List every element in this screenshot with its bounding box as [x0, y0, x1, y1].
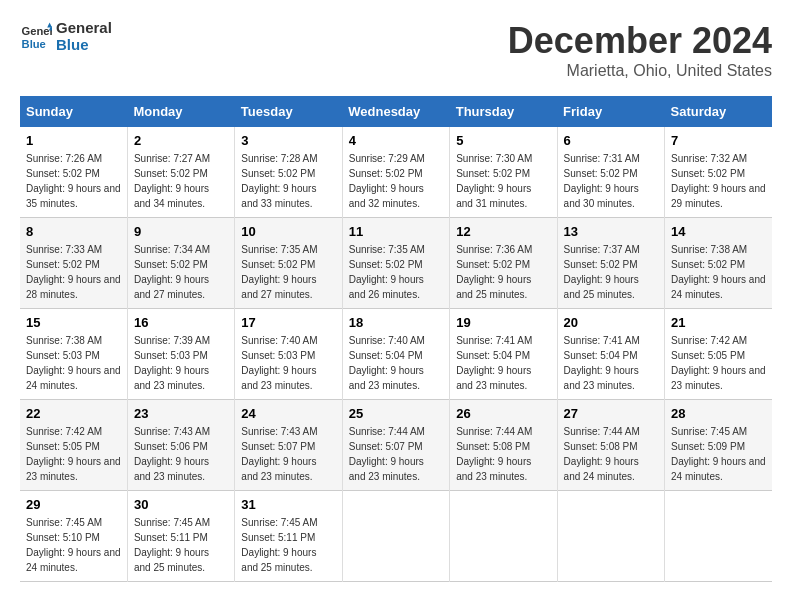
day-number: 4 [349, 133, 443, 148]
weekday-header-tuesday: Tuesday [235, 96, 342, 127]
day-number: 25 [349, 406, 443, 421]
day-info: Sunrise: 7:35 AM Sunset: 5:02 PM Dayligh… [241, 242, 335, 302]
calendar-cell: 15 Sunrise: 7:38 AM Sunset: 5:03 PM Dayl… [20, 309, 127, 400]
day-info: Sunrise: 7:39 AM Sunset: 5:03 PM Dayligh… [134, 333, 228, 393]
weekday-header-saturday: Saturday [665, 96, 772, 127]
page-header: General Blue General Blue December 2024 … [20, 20, 772, 80]
svg-text:Blue: Blue [22, 38, 46, 50]
day-number: 1 [26, 133, 121, 148]
day-info: Sunrise: 7:44 AM Sunset: 5:08 PM Dayligh… [564, 424, 658, 484]
calendar-cell: 23 Sunrise: 7:43 AM Sunset: 5:06 PM Dayl… [127, 400, 234, 491]
calendar-cell: 22 Sunrise: 7:42 AM Sunset: 5:05 PM Dayl… [20, 400, 127, 491]
day-number: 23 [134, 406, 228, 421]
day-number: 24 [241, 406, 335, 421]
day-number: 14 [671, 224, 766, 239]
day-number: 12 [456, 224, 550, 239]
calendar-cell: 1 Sunrise: 7:26 AM Sunset: 5:02 PM Dayli… [20, 127, 127, 218]
day-info: Sunrise: 7:34 AM Sunset: 5:02 PM Dayligh… [134, 242, 228, 302]
calendar-cell: 31 Sunrise: 7:45 AM Sunset: 5:11 PM Dayl… [235, 491, 342, 582]
location-title: Marietta, Ohio, United States [508, 62, 772, 80]
day-info: Sunrise: 7:43 AM Sunset: 5:06 PM Dayligh… [134, 424, 228, 484]
logo-line1: General [56, 20, 112, 37]
weekday-header-monday: Monday [127, 96, 234, 127]
calendar-cell: 28 Sunrise: 7:45 AM Sunset: 5:09 PM Dayl… [665, 400, 772, 491]
calendar-week-row: 8 Sunrise: 7:33 AM Sunset: 5:02 PM Dayli… [20, 218, 772, 309]
day-info: Sunrise: 7:36 AM Sunset: 5:02 PM Dayligh… [456, 242, 550, 302]
calendar-cell: 27 Sunrise: 7:44 AM Sunset: 5:08 PM Dayl… [557, 400, 664, 491]
day-number: 28 [671, 406, 766, 421]
calendar-cell: 14 Sunrise: 7:38 AM Sunset: 5:02 PM Dayl… [665, 218, 772, 309]
day-number: 8 [26, 224, 121, 239]
calendar-cell: 21 Sunrise: 7:42 AM Sunset: 5:05 PM Dayl… [665, 309, 772, 400]
calendar-cell: 2 Sunrise: 7:27 AM Sunset: 5:02 PM Dayli… [127, 127, 234, 218]
calendar-cell: 5 Sunrise: 7:30 AM Sunset: 5:02 PM Dayli… [450, 127, 557, 218]
calendar-cell: 16 Sunrise: 7:39 AM Sunset: 5:03 PM Dayl… [127, 309, 234, 400]
weekday-header-friday: Friday [557, 96, 664, 127]
day-number: 6 [564, 133, 658, 148]
logo: General Blue General Blue [20, 20, 112, 53]
day-number: 27 [564, 406, 658, 421]
day-number: 2 [134, 133, 228, 148]
day-info: Sunrise: 7:33 AM Sunset: 5:02 PM Dayligh… [26, 242, 121, 302]
logo-line2: Blue [56, 37, 112, 54]
calendar-cell: 6 Sunrise: 7:31 AM Sunset: 5:02 PM Dayli… [557, 127, 664, 218]
day-number: 18 [349, 315, 443, 330]
day-info: Sunrise: 7:45 AM Sunset: 5:11 PM Dayligh… [241, 515, 335, 575]
calendar-body: 1 Sunrise: 7:26 AM Sunset: 5:02 PM Dayli… [20, 127, 772, 582]
calendar-week-row: 15 Sunrise: 7:38 AM Sunset: 5:03 PM Dayl… [20, 309, 772, 400]
day-number: 19 [456, 315, 550, 330]
calendar-cell: 18 Sunrise: 7:40 AM Sunset: 5:04 PM Dayl… [342, 309, 449, 400]
day-info: Sunrise: 7:31 AM Sunset: 5:02 PM Dayligh… [564, 151, 658, 211]
calendar-cell [665, 491, 772, 582]
day-info: Sunrise: 7:41 AM Sunset: 5:04 PM Dayligh… [456, 333, 550, 393]
day-number: 21 [671, 315, 766, 330]
day-info: Sunrise: 7:44 AM Sunset: 5:08 PM Dayligh… [456, 424, 550, 484]
day-info: Sunrise: 7:42 AM Sunset: 5:05 PM Dayligh… [671, 333, 766, 393]
month-title: December 2024 [508, 20, 772, 62]
calendar-cell: 30 Sunrise: 7:45 AM Sunset: 5:11 PM Dayl… [127, 491, 234, 582]
day-info: Sunrise: 7:42 AM Sunset: 5:05 PM Dayligh… [26, 424, 121, 484]
day-info: Sunrise: 7:43 AM Sunset: 5:07 PM Dayligh… [241, 424, 335, 484]
day-info: Sunrise: 7:29 AM Sunset: 5:02 PM Dayligh… [349, 151, 443, 211]
calendar-cell: 19 Sunrise: 7:41 AM Sunset: 5:04 PM Dayl… [450, 309, 557, 400]
calendar-cell: 10 Sunrise: 7:35 AM Sunset: 5:02 PM Dayl… [235, 218, 342, 309]
day-info: Sunrise: 7:27 AM Sunset: 5:02 PM Dayligh… [134, 151, 228, 211]
weekday-header-thursday: Thursday [450, 96, 557, 127]
calendar-week-row: 22 Sunrise: 7:42 AM Sunset: 5:05 PM Dayl… [20, 400, 772, 491]
calendar-cell: 24 Sunrise: 7:43 AM Sunset: 5:07 PM Dayl… [235, 400, 342, 491]
logo-icon: General Blue [20, 21, 52, 53]
day-number: 30 [134, 497, 228, 512]
day-number: 11 [349, 224, 443, 239]
day-number: 7 [671, 133, 766, 148]
calendar-week-row: 1 Sunrise: 7:26 AM Sunset: 5:02 PM Dayli… [20, 127, 772, 218]
calendar-cell: 3 Sunrise: 7:28 AM Sunset: 5:02 PM Dayli… [235, 127, 342, 218]
calendar-cell: 7 Sunrise: 7:32 AM Sunset: 5:02 PM Dayli… [665, 127, 772, 218]
calendar-week-row: 29 Sunrise: 7:45 AM Sunset: 5:10 PM Dayl… [20, 491, 772, 582]
day-number: 17 [241, 315, 335, 330]
day-number: 26 [456, 406, 550, 421]
day-info: Sunrise: 7:26 AM Sunset: 5:02 PM Dayligh… [26, 151, 121, 211]
calendar-cell: 9 Sunrise: 7:34 AM Sunset: 5:02 PM Dayli… [127, 218, 234, 309]
day-info: Sunrise: 7:45 AM Sunset: 5:09 PM Dayligh… [671, 424, 766, 484]
calendar-cell: 13 Sunrise: 7:37 AM Sunset: 5:02 PM Dayl… [557, 218, 664, 309]
day-number: 22 [26, 406, 121, 421]
weekday-header-sunday: Sunday [20, 96, 127, 127]
calendar-cell: 25 Sunrise: 7:44 AM Sunset: 5:07 PM Dayl… [342, 400, 449, 491]
day-number: 31 [241, 497, 335, 512]
calendar-cell: 8 Sunrise: 7:33 AM Sunset: 5:02 PM Dayli… [20, 218, 127, 309]
calendar-cell: 29 Sunrise: 7:45 AM Sunset: 5:10 PM Dayl… [20, 491, 127, 582]
day-number: 13 [564, 224, 658, 239]
calendar-cell [342, 491, 449, 582]
calendar-cell: 20 Sunrise: 7:41 AM Sunset: 5:04 PM Dayl… [557, 309, 664, 400]
weekday-header-row: SundayMondayTuesdayWednesdayThursdayFrid… [20, 96, 772, 127]
calendar-cell: 4 Sunrise: 7:29 AM Sunset: 5:02 PM Dayli… [342, 127, 449, 218]
day-info: Sunrise: 7:37 AM Sunset: 5:02 PM Dayligh… [564, 242, 658, 302]
day-info: Sunrise: 7:44 AM Sunset: 5:07 PM Dayligh… [349, 424, 443, 484]
day-info: Sunrise: 7:45 AM Sunset: 5:11 PM Dayligh… [134, 515, 228, 575]
day-info: Sunrise: 7:38 AM Sunset: 5:02 PM Dayligh… [671, 242, 766, 302]
calendar-header: SundayMondayTuesdayWednesdayThursdayFrid… [20, 96, 772, 127]
day-number: 3 [241, 133, 335, 148]
title-area: December 2024 Marietta, Ohio, United Sta… [508, 20, 772, 80]
day-info: Sunrise: 7:35 AM Sunset: 5:02 PM Dayligh… [349, 242, 443, 302]
day-info: Sunrise: 7:28 AM Sunset: 5:02 PM Dayligh… [241, 151, 335, 211]
